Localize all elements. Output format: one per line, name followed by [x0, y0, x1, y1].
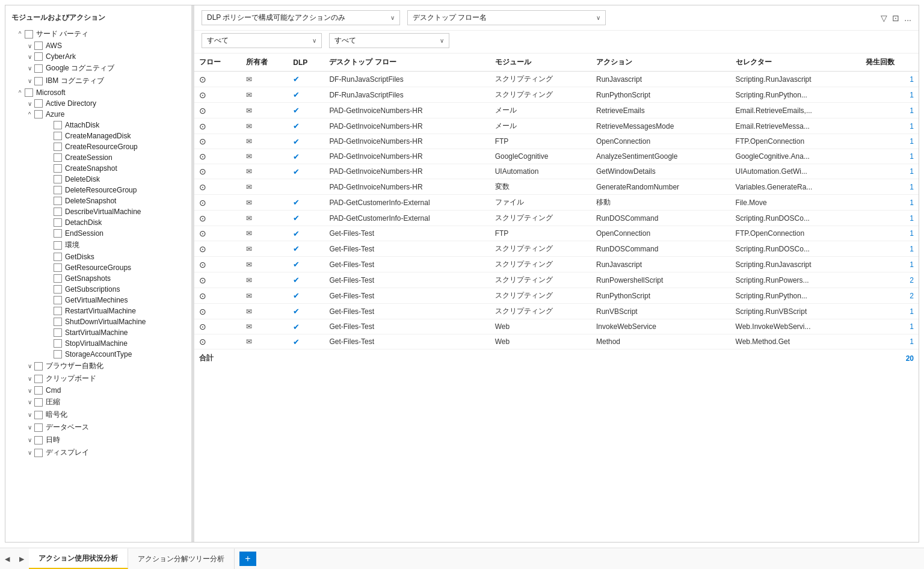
checkbox-get-resource-groups[interactable]	[54, 263, 62, 272]
table-row[interactable]: ⊙✉✔DF-RunJavaScriptFilesスクリプティングRunPytho…	[194, 87, 919, 103]
table-row[interactable]: ⊙✉✔Get-Files-TestスクリプティングRunDOSCommandSc…	[194, 241, 919, 257]
table-row[interactable]: ⊙✉✔Get-Files-TestスクリプティングRunVBScriptScri…	[194, 304, 919, 319]
sidebar-item-get-subscriptions[interactable]: GetSubscriptions	[5, 284, 191, 295]
checkbox-describe-virtual-machine[interactable]	[54, 208, 62, 216]
checkbox-ibm-cognitive[interactable]	[34, 77, 43, 85]
sidebar-item-database[interactable]: ∨データベース	[5, 421, 191, 434]
sidebar-item-active-directory[interactable]: ∨Active Directory	[5, 98, 191, 109]
checkbox-display[interactable]	[34, 449, 43, 457]
checkbox-azure[interactable]	[34, 110, 43, 118]
sidebar-item-get-resource-groups[interactable]: GetResourceGroups	[5, 262, 191, 273]
nav-prev-arrow[interactable]: ◀	[0, 555, 14, 563]
sidebar-item-environment[interactable]: 環境	[5, 239, 191, 251]
checkbox-get-snapshots[interactable]	[54, 274, 62, 283]
sidebar-item-describe-virtual-machine[interactable]: DescribeVirtualMachine	[5, 206, 191, 217]
table-row[interactable]: ⊙✉✔Get-Files-TestFTPOpenConnectionFTP.Op…	[194, 226, 919, 241]
checkbox-create-resource-group[interactable]	[54, 143, 62, 151]
sidebar-item-start-virtual-machine[interactable]: StartVirtualMachine	[5, 327, 191, 338]
table-row[interactable]: ⊙✉✔PAD-GetInvoiceNumbers-HRメールRetrieveMe…	[194, 118, 919, 134]
checkbox-attach-disk[interactable]	[54, 121, 62, 129]
checkbox-get-disks[interactable]	[54, 253, 62, 261]
table-row[interactable]: ⊙✉✔DF-RunJavaScriptFilesスクリプティングRunJavas…	[194, 72, 919, 87]
checkbox-storage-account-type[interactable]	[54, 350, 62, 358]
nav-next-arrow[interactable]: ▶	[14, 555, 29, 563]
checkbox-aws[interactable]	[34, 42, 43, 50]
sidebar-item-display[interactable]: ∨ディスプレイ	[5, 446, 191, 459]
checkbox-stop-virtual-machine[interactable]	[54, 339, 62, 348]
sidebar-item-browser-automation[interactable]: ∨ブラウザー自動化	[5, 360, 191, 372]
sidebar-item-detach-disk[interactable]: DetachDisk	[5, 217, 191, 228]
sidebar-item-get-virtual-mechines[interactable]: GetVirtualMechines	[5, 295, 191, 306]
export-icon[interactable]: ⊡	[892, 13, 899, 23]
sidebar-item-delete-resource-group[interactable]: DeleteResourceGroup	[5, 185, 191, 195]
sidebar-item-delete-disk[interactable]: DeleteDisk	[5, 174, 191, 185]
sidebar-item-ibm-cognitive[interactable]: ∨IBM コグニティブ	[5, 75, 191, 87]
sidebar-item-aws[interactable]: ∨AWS	[5, 40, 191, 51]
checkbox-database[interactable]	[34, 423, 43, 432]
checkbox-clipboard[interactable]	[34, 375, 43, 383]
all-filter-2[interactable]: すべて ∨	[329, 33, 449, 48]
sidebar-item-end-session[interactable]: EndSession	[5, 228, 191, 239]
table-row[interactable]: ⊙✉✔PAD-GetInvoiceNumbers-HRGoogleCogniti…	[194, 149, 919, 164]
sidebar-item-encryption[interactable]: ∨暗号化	[5, 408, 191, 421]
sidebar-item-get-disks[interactable]: GetDisks	[5, 251, 191, 262]
sidebar-item-microsoft[interactable]: ^Microsoft	[5, 87, 191, 98]
table-row[interactable]: ⊙✉PAD-GetInvoiceNumbers-HR変数GenerateRand…	[194, 179, 919, 195]
sidebar-item-azure[interactable]: ^Azure	[5, 109, 191, 120]
sidebar-item-attach-disk[interactable]: AttachDisk	[5, 120, 191, 131]
sidebar-item-delete-snapshot[interactable]: DeleteSnapshot	[5, 195, 191, 206]
checkbox-delete-snapshot[interactable]	[54, 197, 62, 205]
table-row[interactable]: ⊙✉✔Get-Files-TestスクリプティングRunJavascriptSc…	[194, 257, 919, 272]
more-icon[interactable]: ...	[904, 13, 911, 23]
sidebar-item-stop-virtual-machine[interactable]: StopVirtualMachine	[5, 338, 191, 349]
checkbox-create-managed-disk[interactable]	[54, 132, 62, 140]
filter-icon[interactable]: ▽	[881, 13, 887, 23]
all-filter-1[interactable]: すべて ∨	[202, 33, 322, 48]
checkbox-cmd[interactable]	[34, 386, 43, 395]
table-row[interactable]: ⊙✉✔Get-Files-TestスクリプティングRunPythonScript…	[194, 288, 919, 304]
checkbox-create-snapshot[interactable]	[54, 164, 62, 173]
checkbox-browser-automation[interactable]	[34, 362, 43, 371]
checkbox-google-cognitive[interactable]	[34, 64, 43, 73]
table-row[interactable]: ⊙✉✔Get-Files-TestスクリプティングRunPowershellSc…	[194, 272, 919, 288]
checkbox-delete-resource-group[interactable]	[54, 186, 62, 194]
sidebar-item-storage-account-type[interactable]: StorageAccountType	[5, 349, 191, 360]
sidebar-item-create-managed-disk[interactable]: CreateManagedDisk	[5, 131, 191, 141]
checkbox-detach-disk[interactable]	[54, 218, 62, 227]
checkbox-get-virtual-mechines[interactable]	[54, 296, 62, 304]
checkbox-encryption[interactable]	[34, 411, 43, 419]
sidebar-item-create-session[interactable]: CreateSession	[5, 152, 191, 163]
table-row[interactable]: ⊙✉✔Get-Files-TestWebMethodWeb.Method.Get…	[194, 334, 919, 349]
table-row[interactable]: ⊙✉✔PAD-GetInvoiceNumbers-HRFTPOpenConnec…	[194, 134, 919, 149]
sidebar-item-google-cognitive[interactable]: ∨Google コグニティブ	[5, 62, 191, 75]
sidebar-item-third-party[interactable]: ^サード バーティ	[5, 28, 191, 40]
sidebar-item-restart-virtual-machine[interactable]: RestartVirtualMachine	[5, 306, 191, 316]
dlp-filter[interactable]: DLP ポリシーで構成可能なアクションのみ ∨	[202, 10, 400, 25]
tab-tab1[interactable]: アクション使用状況分析	[29, 549, 128, 569]
checkbox-shutdown-virtual-machine[interactable]	[54, 318, 62, 326]
checkbox-compression[interactable]	[34, 398, 43, 407]
checkbox-cyberark[interactable]	[34, 52, 43, 61]
sidebar-item-cmd[interactable]: ∨Cmd	[5, 385, 191, 396]
sidebar-item-cyberark[interactable]: ∨CyberArk	[5, 51, 191, 62]
checkbox-end-session[interactable]	[54, 229, 62, 238]
sidebar-item-compression[interactable]: ∨圧縮	[5, 396, 191, 408]
sidebar-item-get-snapshots[interactable]: GetSnapshots	[5, 273, 191, 284]
checkbox-active-directory[interactable]	[34, 99, 43, 108]
checkbox-environment[interactable]	[54, 241, 62, 250]
table-row[interactable]: ⊙✉✔PAD-GetCustomerInfo-Externalファイル移動Fil…	[194, 195, 919, 211]
sidebar-item-clipboard[interactable]: ∨クリップボード	[5, 372, 191, 385]
sidebar-item-create-resource-group[interactable]: CreateResourceGroup	[5, 141, 191, 152]
tab-tab2[interactable]: アクション分解ツリー分析	[128, 549, 235, 569]
checkbox-microsoft[interactable]	[25, 88, 33, 97]
checkbox-restart-virtual-machine[interactable]	[54, 307, 62, 315]
desktop-flow-name-filter[interactable]: デスクトップ フロー名 ∨	[407, 10, 606, 25]
table-row[interactable]: ⊙✉✔PAD-GetInvoiceNumbers-HRメールRetrieveEm…	[194, 103, 919, 118]
sidebar-item-shutdown-virtual-machine[interactable]: ShutDownVirtualMachine	[5, 316, 191, 327]
checkbox-delete-disk[interactable]	[54, 175, 62, 183]
checkbox-start-virtual-machine[interactable]	[54, 328, 62, 337]
sidebar-item-datetime[interactable]: ∨日時	[5, 434, 191, 446]
table-row[interactable]: ⊙✉✔PAD-GetCustomerInfo-ExternalスクリプティングR…	[194, 211, 919, 226]
checkbox-datetime[interactable]	[34, 436, 43, 444]
checkbox-get-subscriptions[interactable]	[54, 285, 62, 294]
